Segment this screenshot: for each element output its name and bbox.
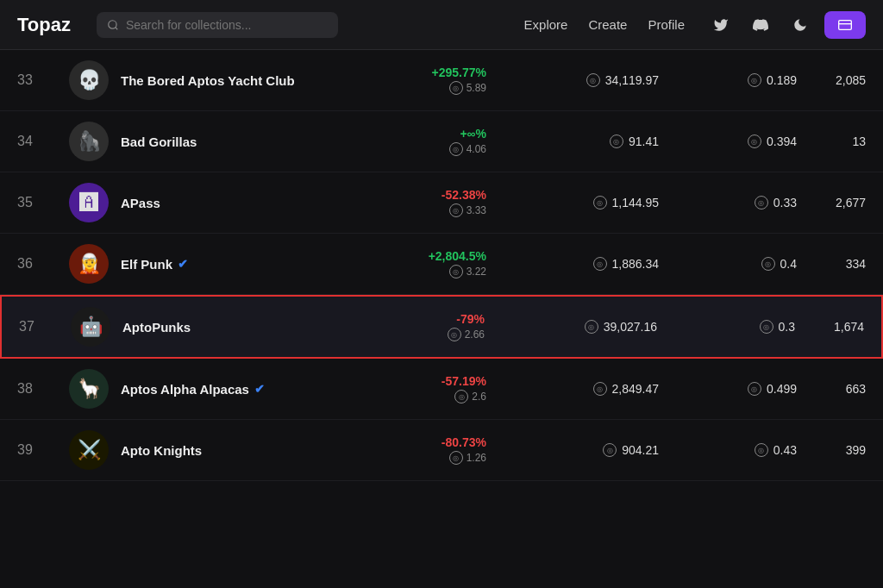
volume-value: 904.21 <box>622 443 659 457</box>
search-input[interactable] <box>126 18 328 32</box>
apt-icon: ◎ <box>449 451 463 465</box>
change-percent: -79% <box>347 312 485 326</box>
collection-name: Aptos Alpha Alpacas ✔ <box>121 382 265 397</box>
apt-icon-floor: ◎ <box>748 73 761 87</box>
svg-line-1 <box>116 27 118 29</box>
owners-column: 663 <box>797 382 866 396</box>
collection-avatar: ⚔️ <box>69 430 109 470</box>
owners-column: 2,085 <box>797 73 866 87</box>
apt-icon: ◎ <box>448 328 461 341</box>
nav-create[interactable]: Create <box>588 17 627 32</box>
collection-info: 🦙 Aptos Alpha Alpacas ✔ <box>69 369 348 409</box>
floor-column: ◎ 0.33 <box>659 196 797 210</box>
table-row[interactable]: 36 🧝 Elf Punk ✔ +2,804.5% ◎ 3.22 ◎ 1,886… <box>0 234 883 295</box>
volume-value: 1,886.34 <box>612 257 660 271</box>
rank-number: 36 <box>17 256 69 272</box>
floor-column: ◎ 0.43 <box>659 443 797 457</box>
floor-column: ◎ 0.189 <box>659 73 797 87</box>
volume-column: ◎ 1,144.95 <box>486 196 659 210</box>
change-percent: -57.19% <box>348 374 486 388</box>
collection-name: Elf Punk ✔ <box>121 257 188 272</box>
floor-value: 0.394 <box>767 134 797 148</box>
table-row[interactable]: 34 🦍 Bad Gorillas +∞% ◎ 4.06 ◎ 91.41 ◎ 0… <box>0 111 883 172</box>
collection-name: Apto Knights <box>121 443 202 458</box>
apt-icon-floor: ◎ <box>755 443 768 457</box>
twitter-button[interactable] <box>705 9 736 41</box>
collections-table: 33 💀 The Bored Aptos Yacht Club +295.77%… <box>0 50 883 481</box>
header: Topaz Explore Create Profile <box>0 0 883 50</box>
apt-icon-floor: ◎ <box>748 382 761 396</box>
owners-column: 13 <box>797 134 866 148</box>
change-volume: ◎ 2.6 <box>348 390 486 403</box>
apt-icon: ◎ <box>454 390 468 403</box>
change-percent: +2,804.5% <box>348 249 486 263</box>
change-column: -80.73% ◎ 1.26 <box>348 435 486 465</box>
collection-info: ⚔️ Apto Knights <box>69 430 348 470</box>
apt-icon-floor: ◎ <box>755 196 768 210</box>
connect-wallet-button[interactable] <box>824 11 866 39</box>
apt-icon-floor: ◎ <box>761 257 775 271</box>
verified-badge: ✔ <box>178 257 188 271</box>
header-nav: Explore Create Profile <box>524 9 866 41</box>
table-row[interactable]: 39 ⚔️ Apto Knights -80.73% ◎ 1.26 ◎ 904.… <box>0 420 883 481</box>
volume-column: ◎ 2,849.47 <box>486 382 659 396</box>
change-column: -52.38% ◎ 3.33 <box>348 188 486 217</box>
collection-info: 🤖 AptoPunks <box>71 307 347 347</box>
rank-number: 34 <box>17 134 69 149</box>
table-row[interactable]: 33 💀 The Bored Aptos Yacht Club +295.77%… <box>0 50 883 111</box>
apt-icon-volume: ◎ <box>586 73 600 87</box>
change-volume: ◎ 3.33 <box>348 203 486 217</box>
volume-value: 1,144.95 <box>612 196 660 210</box>
theme-toggle-button[interactable] <box>785 9 816 41</box>
floor-value: 0.33 <box>773 196 797 210</box>
apt-icon-volume: ◎ <box>593 196 607 210</box>
wallet-icon <box>838 18 852 32</box>
collection-name: Bad Gorillas <box>121 134 197 149</box>
owners-column: 334 <box>797 257 866 271</box>
owners-column: 399 <box>797 443 866 457</box>
volume-column: ◎ 39,027.16 <box>485 320 657 334</box>
header-icons <box>705 9 866 41</box>
volume-value: 34,119.97 <box>605 73 659 87</box>
volume-column: ◎ 34,119.97 <box>486 73 659 87</box>
twitter-icon <box>713 17 729 33</box>
floor-value: 0.189 <box>767 73 797 87</box>
floor-column: ◎ 0.394 <box>659 134 797 148</box>
floor-column: ◎ 0.3 <box>657 320 795 334</box>
search-icon <box>107 19 119 31</box>
collection-avatar: 🤖 <box>71 307 110 347</box>
floor-value: 0.499 <box>767 382 797 396</box>
nav-profile[interactable]: Profile <box>648 17 685 32</box>
volume-value: 2,849.47 <box>612 382 660 396</box>
collection-avatar: 🧝 <box>69 244 109 284</box>
table-row[interactable]: 37 🤖 AptoPunks -79% ◎ 2.66 ◎ 39,027.16 ◎… <box>0 295 883 359</box>
discord-button[interactable] <box>745 9 776 41</box>
apt-icon-floor: ◎ <box>760 320 773 334</box>
change-volume: ◎ 3.22 <box>348 265 486 278</box>
volume-column: ◎ 91.41 <box>486 134 659 148</box>
nav-explore[interactable]: Explore <box>524 17 568 32</box>
change-percent: -80.73% <box>348 435 486 449</box>
owners-column: 2,677 <box>797 196 866 210</box>
apt-icon: ◎ <box>449 142 463 156</box>
table-row[interactable]: 35 🅰 APass -52.38% ◎ 3.33 ◎ 1,144.95 ◎ 0… <box>0 172 883 234</box>
table-row[interactable]: 38 🦙 Aptos Alpha Alpacas ✔ -57.19% ◎ 2.6… <box>0 359 883 420</box>
moon-icon <box>792 17 808 33</box>
change-column: +295.77% ◎ 5.89 <box>348 66 486 95</box>
change-column: +∞% ◎ 4.06 <box>348 127 486 156</box>
change-column: -79% ◎ 2.66 <box>347 312 485 341</box>
floor-value: 0.3 <box>779 320 795 334</box>
volume-column: ◎ 904.21 <box>486 443 659 457</box>
svg-point-0 <box>109 20 116 28</box>
change-volume: ◎ 1.26 <box>348 451 486 465</box>
apt-icon-volume: ◎ <box>585 320 598 334</box>
collection-avatar: 💀 <box>69 60 109 100</box>
search-bar[interactable] <box>97 12 338 38</box>
change-volume: ◎ 5.89 <box>348 81 486 95</box>
floor-value: 0.43 <box>773 443 797 457</box>
apt-icon-floor: ◎ <box>748 134 761 148</box>
change-percent: +∞% <box>348 127 486 141</box>
apt-icon-volume: ◎ <box>610 134 623 148</box>
collection-avatar: 🦍 <box>69 122 109 161</box>
change-column: -57.19% ◎ 2.6 <box>348 374 486 403</box>
